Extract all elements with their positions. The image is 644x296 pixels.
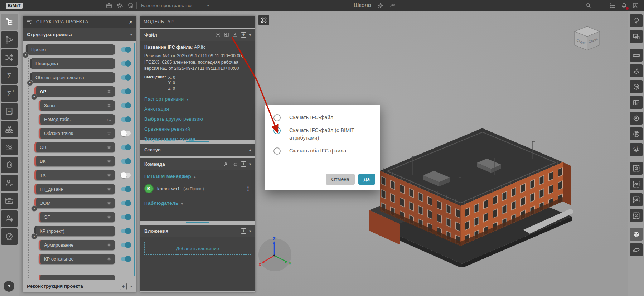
focus-point-button[interactable]: [630, 112, 643, 125]
role-manager-toggle[interactable]: ГИП/BIM менеджер▴: [144, 174, 251, 179]
clash-detection-button[interactable]: [1, 49, 18, 66]
person-add-icon[interactable]: [224, 161, 229, 167]
expand-section-icon[interactable]: ▴: [249, 148, 251, 152]
tree-item[interactable]: Площадка: [30, 58, 115, 69]
grids-axes-button[interactable]: 12: [630, 143, 643, 156]
add-member-icon[interactable]: +: [241, 161, 246, 167]
annotation-link[interactable]: Аннотация: [144, 106, 251, 112]
isolate-button[interactable]: [630, 162, 643, 175]
clear-selection-button[interactable]: [630, 209, 643, 222]
member-menu-icon[interactable]: ⋮: [245, 185, 251, 192]
tree-item[interactable]: Объект строительства: [30, 72, 115, 83]
visibility-toggle[interactable]: [121, 103, 131, 108]
close-icon[interactable]: ×: [129, 19, 133, 25]
focus-viewport-button[interactable]: [258, 15, 269, 25]
section-resize-handle[interactable]: [186, 141, 209, 142]
annotations-button[interactable]: [630, 127, 643, 140]
team-member-row[interactable]: K kpmo+wo1 (из Проект) ⋮: [144, 184, 251, 193]
admin-shield-icon[interactable]: [127, 2, 134, 9]
selection-sets-button[interactable]: [630, 30, 643, 43]
dialog-option[interactable]: Скачать IFC-файл: [273, 114, 372, 121]
tree-item[interactable]: ЭОМ: [34, 198, 115, 208]
orbit-mode-button[interactable]: [630, 243, 643, 256]
copy-icon[interactable]: [232, 161, 238, 167]
dialog-option[interactable]: Скачать IFC-файл (с BIMIT атрибутами): [273, 127, 372, 142]
app-logo[interactable]: BiMiT: [6, 3, 23, 9]
visibility-toggle[interactable]: [121, 243, 131, 247]
drawings-2d-button[interactable]: 2D: [1, 103, 18, 120]
charts-button[interactable]: [1, 139, 18, 155]
tree-item[interactable]: Зоны: [39, 100, 115, 111]
hierarchy-button[interactable]: [1, 121, 18, 137]
radio-unselected[interactable]: [273, 114, 281, 121]
add-file-icon[interactable]: +: [241, 32, 246, 38]
tree-item[interactable]: ГП_дизайн: [34, 184, 115, 194]
visibility-toggle[interactable]: [121, 47, 131, 52]
visibility-toggle[interactable]: [121, 131, 131, 136]
add-attachment-icon[interactable]: +: [241, 228, 246, 234]
totals-button[interactable]: Σ: [1, 67, 18, 84]
team-icon[interactable]: [116, 2, 123, 9]
chevron-up-icon[interactable]: ▴: [130, 284, 132, 288]
tree-item[interactable]: КР (проект): [34, 226, 115, 236]
tree-item[interactable]: ОВ: [34, 142, 115, 152]
projects-icon[interactable]: [106, 2, 112, 9]
shading-mode-button[interactable]: [630, 228, 643, 241]
tree-expander[interactable]: ▼: [27, 80, 33, 86]
environment-button[interactable]: [630, 14, 643, 27]
plugins-button[interactable]: [1, 157, 18, 173]
tree-item[interactable]: ЭГ: [39, 212, 115, 222]
radio-selected[interactable]: [273, 127, 281, 134]
shared-folder-button[interactable]: [1, 193, 18, 209]
collapse-section-icon[interactable]: ▾: [249, 229, 251, 233]
visibility-toggle[interactable]: [121, 89, 131, 94]
compare-models-icon[interactable]: [224, 32, 229, 38]
role-observer-toggle[interactable]: Наблюдатель▾: [144, 200, 251, 206]
visibility-toggle[interactable]: [121, 75, 131, 80]
panel-menu-icon[interactable]: [26, 19, 33, 25]
list-icon[interactable]: [609, 2, 616, 9]
tree-item[interactable]: Облако точек: [39, 128, 115, 139]
visibility-toggle[interactable]: [121, 159, 131, 164]
tree-item[interactable]: Армирование: [39, 240, 115, 250]
revision-passport-link[interactable]: Паспорт ревизии▾: [144, 96, 251, 102]
visibility-toggle[interactable]: [121, 61, 131, 66]
view-cube[interactable]: Сзади Слева: [569, 25, 605, 53]
totals-add-button[interactable]: Σ+: [1, 85, 18, 102]
tree-scrollbar[interactable]: [134, 43, 135, 276]
dashboard-button[interactable]: [1, 228, 18, 245]
choose-revision-link[interactable]: Выбрать другую ревизию: [144, 116, 251, 122]
relations-button[interactable]: [1, 31, 18, 48]
tree-item[interactable]: Проект: [26, 44, 115, 55]
cancel-button[interactable]: Отмена: [326, 174, 354, 185]
share-icon[interactable]: [389, 2, 396, 9]
tree-expander[interactable]: ▼: [23, 52, 29, 58]
visibility-toggle[interactable]: [121, 215, 131, 219]
tree-item[interactable]: ТХ: [34, 170, 115, 180]
visibility-toggle[interactable]: [121, 257, 131, 261]
search-icon[interactable]: [585, 2, 592, 9]
dialog-option[interactable]: Скачать оба IFC-файла: [273, 147, 372, 155]
visibility-toggle[interactable]: [121, 201, 131, 205]
notifications-bell-icon[interactable]: [621, 2, 628, 9]
tree-item[interactable]: ВК: [34, 156, 115, 166]
compare-revisions-link[interactable]: Сравнение ревизий: [144, 126, 251, 132]
help-button[interactable]: ?: [4, 281, 14, 292]
section-resize-handle[interactable]: [186, 222, 209, 223]
download-ifc-icon[interactable]: [232, 32, 238, 38]
project-structure-button[interactable]: [1, 14, 18, 30]
collapse-section-icon[interactable]: ▾: [249, 33, 251, 37]
profile-icon[interactable]: [632, 2, 639, 9]
measure-button[interactable]: [630, 49, 643, 62]
visibility-toggle[interactable]: [121, 229, 131, 233]
section-box-button[interactable]: [630, 80, 643, 93]
structure-mode-selector[interactable]: Структура проекта ▾: [23, 28, 136, 41]
center-model-icon[interactable]: [215, 32, 221, 38]
user-tasks-button[interactable]: [1, 175, 18, 191]
tree-item[interactable]: КР остальное: [39, 254, 115, 264]
confirm-button[interactable]: Да: [358, 174, 375, 185]
tree-item[interactable]: Немод.табл.x≡: [39, 114, 115, 125]
show-selected-button[interactable]: [630, 178, 643, 190]
section-plane-button[interactable]: [630, 64, 643, 77]
visibility-toggle[interactable]: [121, 173, 131, 178]
